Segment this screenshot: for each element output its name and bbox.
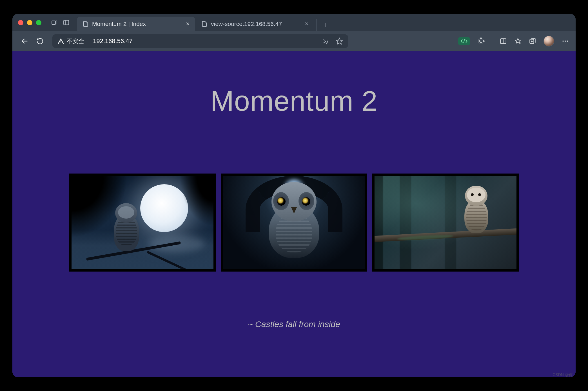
file-icon — [201, 21, 208, 27]
security-badge[interactable]: 不安全 — [57, 37, 89, 45]
window-maximize-button[interactable] — [36, 20, 41, 25]
svg-rect-0 — [52, 21, 55, 25]
toolbar-right — [458, 36, 569, 46]
gallery-image — [69, 174, 216, 272]
page-heading: Momentum 2 — [210, 85, 378, 117]
window-titlebar: Momentum 2 | Index × view-source:192.168… — [12, 14, 576, 31]
page-viewport: Momentum 2 — [12, 51, 576, 377]
window-minimize-button[interactable] — [27, 20, 32, 25]
tab-close-button[interactable]: × — [180, 20, 190, 28]
browser-tab[interactable]: view-source:192.168.56.47 × — [196, 17, 314, 31]
vertical-tabs-icon[interactable] — [62, 19, 70, 26]
address-bar-actions: A — [322, 37, 343, 45]
url-text: 192.168.56.47 — [93, 37, 133, 45]
browser-toolbar: 不安全 192.168.56.47 A — [12, 31, 576, 51]
tab-title: Momentum 2 | Index — [92, 21, 146, 27]
devtools-button[interactable] — [458, 37, 470, 45]
svg-rect-1 — [64, 20, 69, 25]
browser-tab-active[interactable]: Momentum 2 | Index × — [77, 17, 195, 31]
divider — [492, 37, 492, 46]
file-icon — [83, 21, 89, 27]
warning-icon — [57, 38, 64, 45]
page-tagline: ~ Castles fall from inside — [248, 319, 340, 329]
tab-title: view-source:192.168.56.47 — [211, 21, 282, 27]
back-button[interactable] — [19, 35, 30, 47]
favorite-star-icon[interactable] — [336, 37, 343, 45]
svg-marker-9 — [515, 38, 520, 43]
tab-close-button[interactable]: × — [299, 20, 308, 28]
svg-point-15 — [562, 41, 564, 42]
split-screen-icon[interactable] — [500, 37, 507, 45]
svg-point-16 — [565, 41, 566, 42]
profile-avatar[interactable] — [544, 36, 554, 46]
svg-point-17 — [567, 41, 568, 42]
new-tab-button[interactable]: + — [316, 19, 329, 31]
svg-marker-5 — [336, 38, 342, 44]
gallery-image — [221, 174, 367, 272]
reload-button[interactable] — [34, 35, 46, 47]
more-menu-icon[interactable] — [562, 37, 569, 45]
gallery-image — [372, 174, 519, 272]
svg-line-6 — [464, 39, 465, 43]
favorites-icon[interactable] — [514, 37, 522, 45]
tab-groups-icon[interactable] — [50, 19, 58, 26]
traffic-lights — [18, 20, 41, 25]
extensions-icon[interactable] — [477, 37, 485, 45]
security-label: 不安全 — [66, 37, 84, 45]
address-bar[interactable]: 不安全 192.168.56.47 A — [52, 34, 348, 48]
browser-window: Momentum 2 | Index × view-source:192.168… — [12, 14, 576, 377]
window-close-button[interactable] — [18, 20, 23, 25]
read-aloud-icon[interactable]: A — [322, 37, 329, 45]
watermark: CSDN @億 — [553, 372, 573, 377]
svg-text:A: A — [323, 38, 325, 41]
tab-strip: Momentum 2 | Index × view-source:192.168… — [77, 14, 329, 31]
image-gallery — [69, 174, 519, 272]
collections-icon[interactable] — [529, 37, 536, 45]
